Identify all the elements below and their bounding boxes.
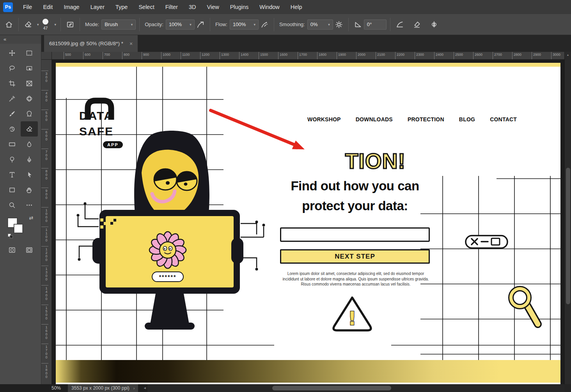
tool-blur[interactable] [21,137,38,152]
menu-item[interactable]: Plugins [225,4,254,10]
smoothing-select[interactable]: 0% ▾ [307,20,333,30]
menu-item[interactable]: Image [58,4,85,10]
collapse-panel-button[interactable]: « [0,35,41,44]
pressure-opacity-toggle[interactable] [195,19,206,30]
hand-icon [26,186,33,193]
home-button[interactable] [3,19,15,30]
tool-dodge[interactable] [4,152,21,167]
logo-line2: SAFE [79,125,113,138]
vertical-scrollbar[interactable]: ▲ [564,52,571,384]
crop-icon [9,80,16,87]
tool-clone-stamp[interactable] [21,106,38,121]
default-colors-icon[interactable] [8,234,13,238]
opacity-label: Opacity: [145,21,163,27]
tool-crop[interactable] [4,76,21,91]
ruler-tick-label: 1200 [200,52,220,59]
opacity-select[interactable]: 100% ▾ [166,20,195,30]
divider [210,18,210,31]
divider [348,18,349,31]
menu-item[interactable]: Select [133,4,160,10]
canvas-document[interactable]: ! [56,63,560,384]
tool-history-brush[interactable] [4,121,21,137]
airbrush-toggle[interactable] [259,19,270,30]
tools-grid [0,45,41,213]
move-icon [9,50,16,57]
airbrush-icon [261,21,268,28]
ruler-tick-label: 1700 [298,52,317,59]
zoom-level-field[interactable]: 50% [51,385,61,391]
menu-item[interactable]: Filter [160,4,183,10]
tool-eyedropper[interactable] [4,91,21,106]
tool-marquee[interactable] [21,45,38,60]
scroll-left-icon[interactable]: ◀ [144,387,145,390]
menu-item[interactable]: Help [285,4,308,10]
menu-item[interactable]: 3D [183,4,202,10]
monitor-stand [150,294,189,324]
eyes [153,167,197,190]
photoshop-logo: Ps [3,2,13,12]
mode-select[interactable]: Brush ▾ [101,20,136,30]
divider [274,18,274,31]
brush-preset-picker[interactable]: 47 ▾ [40,19,57,30]
background-color-swatch[interactable] [14,224,23,233]
chevron-down-icon[interactable]: ▾ [37,23,39,27]
menu-item[interactable]: Layer [85,4,110,10]
tool-hand[interactable] [21,182,38,197]
canvas-viewport[interactable]: ! [52,60,564,384]
angle-field[interactable]: 0° [364,20,387,30]
tool-rectangle[interactable] [4,182,21,197]
screen-mode-button[interactable] [21,242,38,257]
flower [149,232,186,268]
pressure-size-toggle[interactable] [394,19,406,30]
tool-eraser[interactable] [21,121,38,137]
quick-mask-button[interactable] [4,242,21,257]
tool-type[interactable] [4,167,21,182]
brush-settings-panel-toggle[interactable] [64,19,76,30]
document-info-field[interactable]: 3553 px x 2000 px (300 ppi) › [68,384,138,392]
ruler-tick-label: 1800 [41,363,48,383]
tool-gradient[interactable] [4,137,21,152]
ruler-tick-label: 1300 [220,52,239,59]
erase-to-history-toggle[interactable] [411,19,423,30]
menu-item[interactable]: Edit [37,4,58,10]
ruler-tick-label: 2300 [415,52,434,59]
scroll-up-icon[interactable]: ▲ [565,52,571,56]
design-nav-item: DOWNLOADS [356,116,393,122]
tool-lasso[interactable] [4,60,21,76]
menu-item[interactable]: Window [254,4,285,10]
brush-angle-control[interactable] [352,19,364,30]
tool-object-selection[interactable] [21,60,38,76]
swap-colors-icon[interactable]: ⇄ [29,215,34,221]
warning-exclamation: ! [348,307,356,329]
tool-zoom[interactable] [4,197,21,213]
horizontal-scrollbar-thumb[interactable] [272,386,391,390]
right-hand [231,238,243,264]
brush-size-value: 47 [43,26,48,30]
tool-edit-toolbar[interactable] [21,197,38,213]
document-tab[interactable]: 6815099.jpg @ 50% (RGB/8*) * × [44,35,138,52]
ruler-tick-label: 1500 [259,52,278,59]
tool-frame[interactable] [21,76,38,91]
tool-healing-brush[interactable] [21,91,38,106]
vertical-scrollbar-thumb[interactable] [566,168,570,304]
symmetry-options-button[interactable] [428,19,440,30]
angle-value: 0° [367,21,372,27]
ruler-tick-label: 2000 [356,52,376,59]
tool-pen[interactable] [21,152,38,167]
horizontal-scrollbar[interactable] [147,384,564,392]
flow-select[interactable]: 100% ▾ [230,20,259,30]
smoothing-options-button[interactable] [333,19,345,30]
tool-path-selection[interactable] [21,167,38,182]
vertical-ruler: 3004005006007008009001000110012001300140… [41,60,52,384]
close-tab-icon[interactable]: × [129,41,133,47]
menu-item[interactable]: File [18,4,37,10]
ruler-tick-label: 1700 [41,344,48,363]
menu-item[interactable]: Type [110,4,133,10]
document-tab-bar: 6815099.jpg @ 50% (RGB/8*) * × [41,35,571,52]
ruler-tick-label: 1500 [41,305,48,324]
eraser-tool-preset[interactable] [22,19,34,30]
menu-item[interactable]: View [202,4,225,10]
tool-move[interactable] [4,45,21,60]
tool-brush[interactable] [4,106,21,121]
chevron-right-icon[interactable]: › [133,386,135,390]
